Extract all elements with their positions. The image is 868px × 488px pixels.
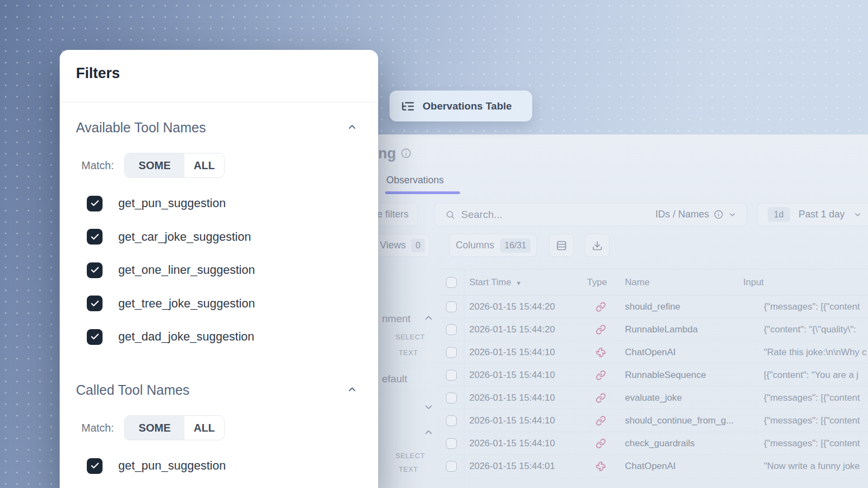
table-row[interactable]: 2026-01-15 15:44:10check_guardrails{"mes… [439, 432, 868, 455]
search-scope-dropdown[interactable]: IDs / Names [655, 209, 737, 220]
table-row[interactable]: 2026-01-15 15:44:10ChatOpenAI"Rate this … [439, 341, 868, 364]
link-icon [596, 415, 606, 426]
cell-input: {"messages": [{"content [764, 438, 860, 449]
filter-section-header[interactable]: Called Tool Names [76, 382, 358, 398]
filter-section: Available Tool NamesMatch:SOMEALLget_pun… [60, 112, 378, 345]
filter-section-title: Available Tool Names [76, 120, 206, 136]
cell-name: evaluate_joke [625, 393, 682, 403]
filter-section: Called Tool NamesMatch:SOMEALLget_pun_su… [60, 375, 378, 474]
match-option-all[interactable]: ALL [184, 153, 224, 177]
row-height-button[interactable] [549, 234, 574, 257]
checked-checkbox[interactable] [87, 196, 103, 211]
checked-checkbox[interactable] [87, 296, 103, 311]
select-all-checkbox[interactable] [446, 277, 457, 288]
fan-icon [596, 461, 606, 471]
checked-checkbox[interactable] [87, 262, 103, 278]
column-header-input[interactable]: Input [743, 277, 764, 288]
cell-name: should_refine [625, 301, 680, 312]
background-fragment-tag: SELECT [391, 450, 430, 462]
cell-start-time: 2026-01-15 15:44:01 [469, 461, 555, 472]
row-checkbox[interactable] [446, 370, 457, 381]
cell-start-time: 2026-01-15 15:44:10 [469, 393, 555, 403]
columns-button[interactable]: Columns 16/31 [449, 234, 537, 257]
table-row[interactable]: 2026-01-15 15:44:20should_refine{"messag… [439, 296, 868, 318]
search-input[interactable]: Search... IDs / Names [434, 203, 747, 226]
link-icon [596, 370, 606, 380]
filter-section-title: Called Tool Names [76, 382, 189, 398]
tool-name-filter-item[interactable]: get_one_liner_suggestion [87, 262, 378, 278]
row-checkbox[interactable] [446, 393, 457, 403]
chevron-down-icon[interactable] [423, 402, 434, 415]
search-placeholder: Search... [461, 209, 502, 221]
observations-page: ng s Observations ide filters Search... … [326, 134, 868, 488]
table-row[interactable]: 2026-01-15 15:44:10evaluate_joke{"messag… [439, 387, 868, 409]
tool-name-filter-item[interactable]: get_dad_joke_suggestion [87, 329, 378, 345]
checked-checkbox[interactable] [87, 229, 103, 245]
tool-name-filter-item[interactable]: get_car_joke_suggestion [87, 229, 378, 245]
info-icon [401, 148, 411, 160]
table-header-row: Start Time▼ Type Name Input [439, 269, 868, 296]
table-row[interactable]: 2026-01-15 15:44:10RunnableSequence[{"co… [439, 364, 868, 387]
match-option-some[interactable]: SOME [125, 416, 184, 440]
cell-start-time: 2026-01-15 15:44:20 [469, 324, 555, 335]
cell-input: {"messages": [{"content [764, 415, 860, 426]
link-icon [596, 301, 606, 312]
cell-start-time: 2026-01-15 15:44:10 [469, 347, 555, 358]
chevron-down-icon [853, 210, 862, 219]
tooltip-label: Obervations Table [423, 100, 512, 112]
cell-name: ChatOpenAI [625, 347, 676, 358]
page-title-fragment: ng [378, 145, 396, 162]
tool-name-filter-item[interactable]: get_pun_suggestion [87, 196, 378, 211]
active-tab-underline [385, 191, 460, 194]
info-icon [714, 210, 723, 219]
row-checkbox[interactable] [446, 324, 457, 335]
match-toggle: SOMEALL [124, 153, 225, 178]
match-toggle: SOMEALL [124, 415, 225, 440]
time-range-badge: 1d [768, 207, 790, 222]
column-header-type[interactable]: Type [587, 277, 607, 288]
chevron-up-icon[interactable] [423, 427, 434, 440]
row-checkbox[interactable] [446, 461, 457, 472]
export-button[interactable] [585, 234, 610, 257]
background-fragment-tag: SELECT [391, 331, 430, 343]
cell-input: {"messages": [{"content [764, 393, 860, 403]
chevron-down-icon [728, 210, 737, 219]
match-option-some[interactable]: SOME [125, 153, 184, 177]
cell-start-time: 2026-01-15 15:44:10 [469, 370, 555, 381]
filters-modal: Filters Available Tool NamesMatch:SOMEAL… [60, 50, 378, 488]
tool-name-filter-item[interactable]: get_pun_suggestion [87, 458, 378, 474]
tool-name-label: get_car_joke_suggestion [118, 230, 251, 244]
rows-icon [556, 240, 567, 251]
tool-name-label: get_tree_joke_suggestion [118, 297, 255, 311]
cell-name: RunnableSequence [625, 370, 706, 381]
list-tree-icon [401, 99, 415, 113]
column-header-start-time[interactable]: Start Time▼ [469, 277, 521, 288]
download-icon [592, 240, 603, 251]
search-icon [445, 210, 455, 220]
cell-start-time: 2026-01-15 15:44:10 [469, 438, 555, 449]
table-row[interactable]: 2026-01-15 15:44:01ChatOpenAI"Now write … [439, 455, 868, 478]
time-range-selector[interactable]: 1d Past 1 day [757, 203, 868, 226]
backdrop: ng s Observations ide filters Search... … [0, 0, 868, 488]
cell-name: ChatOpenAI [625, 461, 676, 472]
row-checkbox[interactable] [446, 301, 457, 312]
tool-name-filter-item[interactable]: get_tree_joke_suggestion [87, 296, 378, 311]
tab-observations[interactable]: Observations [386, 175, 444, 186]
background-fragment: efault [382, 373, 407, 385]
table-row[interactable]: 2026-01-15 15:44:10should_continue_from_… [439, 409, 868, 432]
checked-checkbox[interactable] [87, 329, 103, 345]
chevron-up-icon[interactable] [423, 312, 434, 325]
tool-name-label: get_pun_suggestion [118, 459, 226, 473]
filter-section-header[interactable]: Available Tool Names [76, 120, 358, 136]
background-fragment-tag: TEXT [394, 346, 423, 359]
match-row: Match:SOMEALL [81, 153, 378, 178]
column-header-name[interactable]: Name [625, 277, 649, 288]
row-checkbox[interactable] [446, 415, 457, 426]
checked-checkbox[interactable] [87, 458, 103, 474]
cell-name: RunnableLambda [625, 324, 698, 335]
cell-name: should_continue_from_g... [625, 415, 733, 426]
row-checkbox[interactable] [446, 347, 457, 358]
table-row[interactable]: 2026-01-15 15:44:20RunnableLambda{"conte… [439, 318, 868, 341]
row-checkbox[interactable] [446, 438, 457, 449]
match-option-all[interactable]: ALL [184, 416, 224, 440]
